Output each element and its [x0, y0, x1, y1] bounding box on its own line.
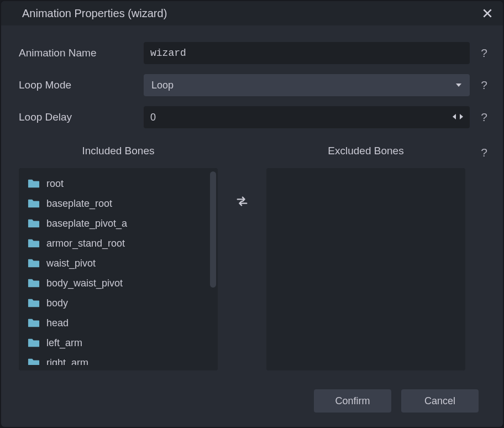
bone-item[interactable]: baseplate_root: [19, 194, 218, 213]
titlebar: Animation Properties (wizard): [1, 1, 503, 25]
loop-delay-input[interactable]: [150, 112, 452, 123]
included-bones-list[interactable]: rootbaseplate_rootbaseplate_pivot_aarmor…: [19, 174, 218, 365]
bone-item-label: body_waist_pivot: [46, 278, 123, 289]
bone-item[interactable]: left_arm: [19, 333, 218, 353]
folder-icon: [28, 218, 40, 229]
bone-item[interactable]: baseplate_pivot_a: [19, 213, 218, 233]
bone-item[interactable]: body: [19, 293, 218, 313]
stepper-left-icon[interactable]: [452, 112, 457, 123]
folder-icon: [28, 258, 40, 269]
bone-item-label: left_arm: [46, 337, 82, 349]
dialog-footer: Confirm Cancel: [1, 377, 503, 427]
confirm-button[interactable]: Confirm: [314, 389, 391, 413]
cancel-button[interactable]: Cancel: [401, 389, 479, 413]
bone-item[interactable]: body_waist_pivot: [19, 273, 218, 293]
folder-icon: [28, 178, 40, 189]
help-animation-name[interactable]: ?: [479, 42, 490, 64]
excluded-bones-column: Excluded Bones: [266, 145, 465, 370]
included-bones-header: Included Bones: [19, 145, 218, 157]
bone-item-label: waist_pivot: [46, 258, 96, 269]
swap-button[interactable]: [233, 192, 251, 210]
row-loop-mode: Loop Mode Loop ?: [19, 74, 490, 96]
excluded-bones-panel: [266, 168, 465, 370]
loop-mode-select[interactable]: Loop: [144, 74, 470, 96]
help-loop-delay[interactable]: ?: [479, 106, 490, 128]
row-animation-name: Animation Name ?: [19, 42, 490, 64]
bone-item[interactable]: root: [19, 174, 218, 194]
folder-icon: [28, 317, 40, 328]
loop-mode-control: Loop: [144, 74, 470, 96]
bones-section: Included Bones rootbaseplate_rootbasepla…: [19, 145, 490, 370]
stepper-right-icon[interactable]: [459, 112, 464, 123]
swap-icon: [236, 195, 248, 207]
bone-item-label: right_arm: [46, 357, 88, 366]
folder-icon: [28, 278, 40, 289]
bone-item[interactable]: head: [19, 313, 218, 333]
loop-delay-control: [144, 106, 470, 128]
folder-icon: [28, 198, 40, 209]
loop-mode-value: Loop: [151, 80, 174, 91]
included-bones-panel: rootbaseplate_rootbaseplate_pivot_aarmor…: [19, 168, 218, 370]
loop-mode-label: Loop Mode: [19, 79, 135, 91]
bone-item[interactable]: waist_pivot: [19, 253, 218, 273]
close-button[interactable]: [480, 6, 495, 21]
animation-name-control: [144, 42, 470, 64]
close-icon: [482, 8, 493, 19]
animation-properties-dialog: Animation Properties (wizard) Animation …: [1, 1, 503, 427]
folder-icon: [28, 337, 40, 348]
loop-delay-label: Loop Delay: [19, 111, 135, 123]
excluded-bones-header: Excluded Bones: [266, 145, 465, 157]
animation-name-label: Animation Name: [19, 47, 135, 59]
bone-item-label: armor_stand_root: [46, 238, 125, 249]
bone-item-label: root: [46, 178, 64, 190]
help-bones[interactable]: ?: [479, 145, 490, 370]
bone-item-label: baseplate_pivot_a: [46, 218, 127, 229]
folder-icon: [28, 297, 40, 309]
bone-item-label: baseplate_root: [46, 198, 112, 210]
help-loop-mode[interactable]: ?: [479, 74, 490, 96]
dialog-title: Animation Properties (wizard): [22, 7, 167, 20]
swap-column: [231, 145, 253, 370]
chevron-down-icon: [455, 80, 462, 91]
animation-name-input[interactable]: [144, 42, 470, 64]
excluded-bones-list[interactable]: [266, 174, 465, 365]
folder-icon: [28, 238, 40, 249]
bone-item-label: body: [46, 297, 68, 309]
folder-icon: [28, 357, 40, 365]
bone-item-label: head: [46, 317, 69, 329]
dialog-body: Animation Name ? Loop Mode Loop ? Loop D…: [1, 25, 503, 377]
included-bones-column: Included Bones rootbaseplate_rootbasepla…: [19, 145, 218, 370]
loop-delay-stepper: [452, 112, 464, 123]
scrollbar-thumb[interactable]: [210, 171, 216, 288]
row-loop-delay: Loop Delay ?: [19, 106, 490, 128]
bone-item[interactable]: armor_stand_root: [19, 233, 218, 253]
bone-item[interactable]: right_arm: [19, 353, 218, 365]
